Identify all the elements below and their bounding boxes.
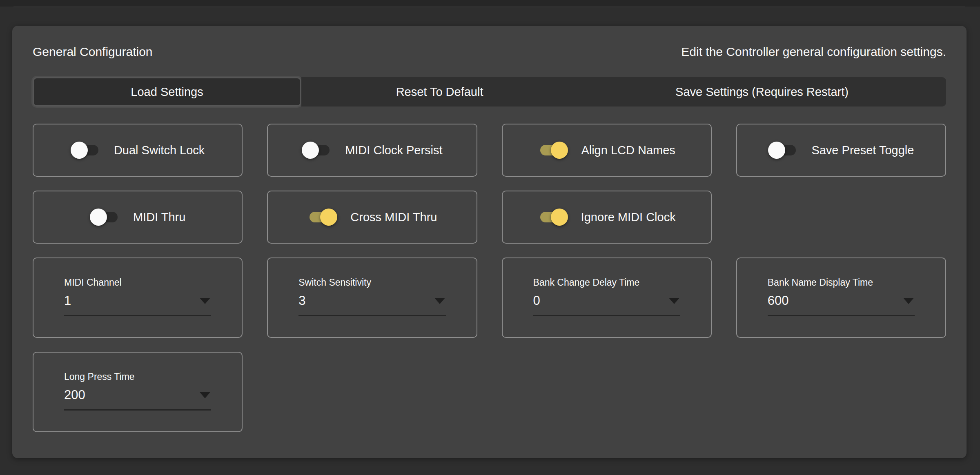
top-bar bbox=[0, 0, 980, 7]
dropdown-caret-icon[interactable] bbox=[669, 298, 679, 304]
toggle-thumb bbox=[302, 142, 319, 159]
select-card-midi-channel: MIDI Channel 1 bbox=[33, 257, 243, 338]
bank-change-delay-time-select[interactable]: 0 bbox=[533, 293, 680, 316]
tab-save-settings[interactable]: Save Settings (Requires Restart) bbox=[578, 77, 946, 107]
toggle-thumb bbox=[551, 142, 568, 159]
select-label: Bank Change Delay Time bbox=[533, 277, 680, 288]
toggle-label: MIDI Thru bbox=[133, 211, 185, 224]
toggle-thumb bbox=[551, 209, 568, 226]
select-card-long-press-time: Long Press Time 200 bbox=[33, 352, 243, 432]
toggle-label: Align LCD Names bbox=[581, 144, 675, 157]
select-value: 600 bbox=[768, 293, 915, 308]
cross-midi-thru-toggle[interactable] bbox=[307, 209, 337, 226]
dual-switch-lock-toggle[interactable] bbox=[71, 142, 101, 159]
midi-clock-persist-toggle[interactable] bbox=[302, 142, 332, 159]
select-value: 1 bbox=[64, 293, 211, 308]
select-card-bank-name-display-time: Bank Name Display Time 600 bbox=[736, 257, 946, 338]
dropdown-caret-icon[interactable] bbox=[200, 298, 210, 304]
select-card-bank-change-delay-time: Bank Change Delay Time 0 bbox=[502, 257, 712, 338]
select-label: MIDI Channel bbox=[64, 277, 211, 288]
select-value: 3 bbox=[298, 293, 445, 308]
tab-load-settings-label: Load Settings bbox=[131, 85, 203, 99]
ignore-midi-clock-toggle[interactable] bbox=[538, 209, 568, 226]
toggle-label: MIDI Clock Persist bbox=[345, 144, 442, 157]
toggle-label: Dual Switch Lock bbox=[114, 144, 205, 157]
select-label: Long Press Time bbox=[64, 371, 211, 382]
toggle-card-cross-midi-thru: Cross MIDI Thru bbox=[267, 191, 477, 244]
page-subtitle: Edit the Controller general configuratio… bbox=[681, 44, 946, 59]
toggle-card-align-lcd-names: Align LCD Names bbox=[502, 124, 712, 177]
dropdown-caret-icon[interactable] bbox=[903, 298, 914, 304]
panel-header: General Configuration Edit the Controlle… bbox=[33, 44, 946, 59]
dropdown-caret-icon[interactable] bbox=[200, 392, 210, 398]
toggle-label: Save Preset Toggle bbox=[811, 144, 914, 157]
settings-actions-tabs: Load Settings Reset To Default Save Sett… bbox=[33, 77, 946, 107]
select-card-switch-sensitivity: Switch Sensitivity 3 bbox=[267, 257, 477, 338]
tab-load-settings[interactable]: Load Settings bbox=[33, 77, 301, 107]
select-label: Bank Name Display Time bbox=[768, 277, 915, 288]
save-preset-toggle[interactable] bbox=[768, 142, 798, 159]
page-title: General Configuration bbox=[33, 44, 153, 59]
top-bar-divider bbox=[13, 7, 965, 7]
select-label: Switch Sensitivity bbox=[298, 277, 445, 288]
long-press-time-select[interactable]: 200 bbox=[64, 388, 211, 411]
align-lcd-names-toggle[interactable] bbox=[538, 142, 568, 159]
toggle-thumb bbox=[768, 142, 785, 159]
midi-thru-toggle[interactable] bbox=[90, 209, 120, 226]
toggle-thumb bbox=[90, 209, 107, 226]
settings-grid: Dual Switch Lock MIDI Clock Persist Alig… bbox=[33, 124, 946, 432]
select-value: 0 bbox=[533, 293, 680, 308]
toggle-card-save-preset-toggle: Save Preset Toggle bbox=[736, 124, 946, 177]
toggle-thumb bbox=[320, 209, 337, 226]
toggle-card-midi-thru: MIDI Thru bbox=[33, 191, 243, 244]
tab-save-settings-label: Save Settings (Requires Restart) bbox=[675, 85, 849, 99]
select-value: 200 bbox=[64, 388, 211, 402]
toggle-label: Cross MIDI Thru bbox=[350, 211, 437, 224]
toggle-card-ignore-midi-clock: Ignore MIDI Clock bbox=[502, 191, 712, 244]
toggle-card-midi-clock-persist: MIDI Clock Persist bbox=[267, 124, 477, 177]
toggle-label: Ignore MIDI Clock bbox=[581, 211, 676, 224]
toggle-card-dual-switch-lock: Dual Switch Lock bbox=[33, 124, 243, 177]
midi-channel-select[interactable]: 1 bbox=[64, 293, 211, 316]
tab-reset-to-default-label: Reset To Default bbox=[396, 85, 483, 99]
toggle-thumb bbox=[71, 142, 88, 159]
general-configuration-panel: General Configuration Edit the Controlle… bbox=[12, 26, 967, 458]
dropdown-caret-icon[interactable] bbox=[434, 298, 445, 304]
tab-reset-to-default[interactable]: Reset To Default bbox=[301, 77, 578, 107]
switch-sensitivity-select[interactable]: 3 bbox=[298, 293, 445, 316]
bank-name-display-time-select[interactable]: 600 bbox=[768, 293, 915, 316]
